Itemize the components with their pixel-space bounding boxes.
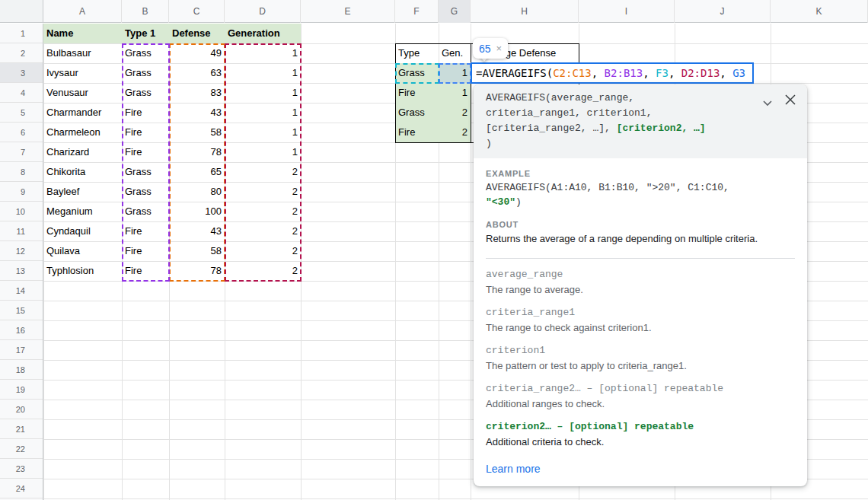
learn-more-link[interactable]: Learn more <box>486 463 541 475</box>
row-header-19[interactable]: 19 <box>0 380 43 400</box>
row-header-13[interactable]: 13 <box>0 261 43 281</box>
cell-D12[interactable]: 2 <box>225 241 301 261</box>
cell-D2[interactable]: 1 <box>225 43 301 63</box>
column-header-D[interactable]: D <box>225 0 301 23</box>
cell-B3[interactable]: Grass <box>122 63 169 83</box>
cell-C6[interactable]: 58 <box>169 123 225 142</box>
row-header-1[interactable]: 1 <box>0 24 43 43</box>
cell-D10[interactable]: 2 <box>225 202 301 221</box>
row-header-15[interactable]: 15 <box>0 301 43 320</box>
row-header-7[interactable]: 7 <box>0 142 43 162</box>
cell-B10[interactable]: Grass <box>122 202 169 221</box>
row-header-17[interactable]: 17 <box>0 340 43 360</box>
row-header-3[interactable]: 3 <box>0 63 43 83</box>
row-header-11[interactable]: 11 <box>0 221 43 241</box>
column-header-A[interactable]: A <box>43 0 122 23</box>
column-header-F[interactable]: F <box>395 0 439 23</box>
row-header-2[interactable]: 2 <box>0 43 43 63</box>
cell-A5[interactable]: Charmander <box>43 103 122 123</box>
select-all-corner[interactable] <box>0 0 43 23</box>
column-header-I[interactable]: I <box>579 0 675 23</box>
cell-C1[interactable]: Defense <box>169 24 225 43</box>
cell-D6[interactable]: 1 <box>225 123 301 142</box>
cell-A7[interactable]: Charizard <box>43 142 122 162</box>
cell-B1[interactable]: Type 1 <box>122 24 169 43</box>
cell-C3[interactable]: 63 <box>169 63 225 83</box>
cell-C2[interactable]: 49 <box>169 43 225 63</box>
cell-A8[interactable]: Chikorita <box>43 162 122 182</box>
cell-A1[interactable]: Name <box>43 24 122 43</box>
row-header-9[interactable]: 9 <box>0 182 43 202</box>
cell-A4[interactable]: Venusaur <box>43 83 122 103</box>
cell-C4[interactable]: 83 <box>169 83 225 103</box>
cell-B8[interactable]: Grass <box>122 162 169 182</box>
column-header-J[interactable]: J <box>675 0 771 23</box>
cell-B12[interactable]: Fire <box>122 241 169 261</box>
cell-B6[interactable]: Fire <box>122 123 169 142</box>
cell-B11[interactable]: Fire <box>122 221 169 241</box>
cell-B9[interactable]: Grass <box>122 182 169 202</box>
cell-A10[interactable]: Meganium <box>43 202 122 221</box>
cell-B7[interactable]: Fire <box>122 142 169 162</box>
column-header-G[interactable]: G <box>439 0 471 23</box>
column-header-C[interactable]: C <box>169 0 225 23</box>
row-header-20[interactable]: 20 <box>0 400 43 419</box>
parameter-entry-4: criteria_range2… – [optional] repeatable… <box>486 381 795 411</box>
cell-A12[interactable]: Quilava <box>43 241 122 261</box>
formula-editing-cell[interactable]: =AVERAGEIFS(C2:C13, B2:B13, F3, D2:D13, … <box>471 62 754 84</box>
cell-B2[interactable]: Grass <box>122 43 169 63</box>
row-header-5[interactable]: 5 <box>0 103 43 123</box>
cell-D3[interactable]: 1 <box>225 63 301 83</box>
row-header-6[interactable]: 6 <box>0 123 43 142</box>
row-header-23[interactable]: 23 <box>0 459 43 479</box>
cell-D5[interactable]: 1 <box>225 103 301 123</box>
parameter-description: The range to check against criterion1. <box>486 320 795 335</box>
cell-C12[interactable]: 58 <box>169 241 225 261</box>
row-header-8[interactable]: 8 <box>0 162 43 182</box>
cell-C5[interactable]: 43 <box>169 103 225 123</box>
cell-D13[interactable]: 2 <box>225 261 301 281</box>
cell-A6[interactable]: Charmeleon <box>43 123 122 142</box>
row-header-24[interactable]: 24 <box>0 479 43 498</box>
cell-C11[interactable]: 43 <box>169 221 225 241</box>
cell-C8[interactable]: 65 <box>169 162 225 182</box>
row-header-12[interactable]: 12 <box>0 241 43 261</box>
parameter-description: Additional ranges to check. <box>486 396 795 411</box>
cell-D1[interactable]: Generation <box>225 24 301 43</box>
cell-A11[interactable]: Cyndaquil <box>43 221 122 241</box>
close-icon[interactable] <box>785 94 796 110</box>
cell-A13[interactable]: Typhlosion <box>43 261 122 281</box>
cell-C7[interactable]: 78 <box>169 142 225 162</box>
column-header-B[interactable]: B <box>122 0 169 23</box>
cell-D4[interactable]: 1 <box>225 83 301 103</box>
row-header-10[interactable]: 10 <box>0 202 43 221</box>
cell-C13[interactable]: 78 <box>169 261 225 281</box>
column-header-H[interactable]: H <box>471 0 579 23</box>
summary-table-inner-border <box>471 43 471 142</box>
cell-C9[interactable]: 80 <box>169 182 225 202</box>
cell-B5[interactable]: Fire <box>122 103 169 123</box>
cell-A3[interactable]: Ivysaur <box>43 63 122 83</box>
row-header-18[interactable]: 18 <box>0 360 43 380</box>
cell-A9[interactable]: Bayleef <box>43 182 122 202</box>
cell-D7[interactable]: 1 <box>225 142 301 162</box>
chevron-down-icon[interactable] <box>763 97 772 112</box>
cell-B4[interactable]: Grass <box>122 83 169 103</box>
cell-C10[interactable]: 100 <box>169 202 225 221</box>
cell-A2[interactable]: Bulbasaur <box>43 43 122 63</box>
parameter-description: Additional criteria to check. <box>486 435 795 449</box>
column-header-E[interactable]: E <box>301 0 395 23</box>
row-header-4[interactable]: 4 <box>0 83 43 103</box>
row-header-21[interactable]: 21 <box>0 419 43 439</box>
row-header-16[interactable]: 16 <box>0 320 43 340</box>
parameter-entry-5: criterion2… – [optional] repeatableAddit… <box>486 419 795 449</box>
row-header-22[interactable]: 22 <box>0 439 43 459</box>
row-header-14[interactable]: 14 <box>0 281 43 301</box>
badge-close-icon[interactable]: × <box>496 43 503 53</box>
cell-B13[interactable]: Fire <box>122 261 169 281</box>
cell-D11[interactable]: 2 <box>225 221 301 241</box>
cell-D8[interactable]: 2 <box>225 162 301 182</box>
column-header-K[interactable]: K <box>771 0 868 23</box>
parameter-entry-2: criteria_range1The range to check agains… <box>486 305 795 335</box>
cell-D9[interactable]: 2 <box>225 182 301 202</box>
